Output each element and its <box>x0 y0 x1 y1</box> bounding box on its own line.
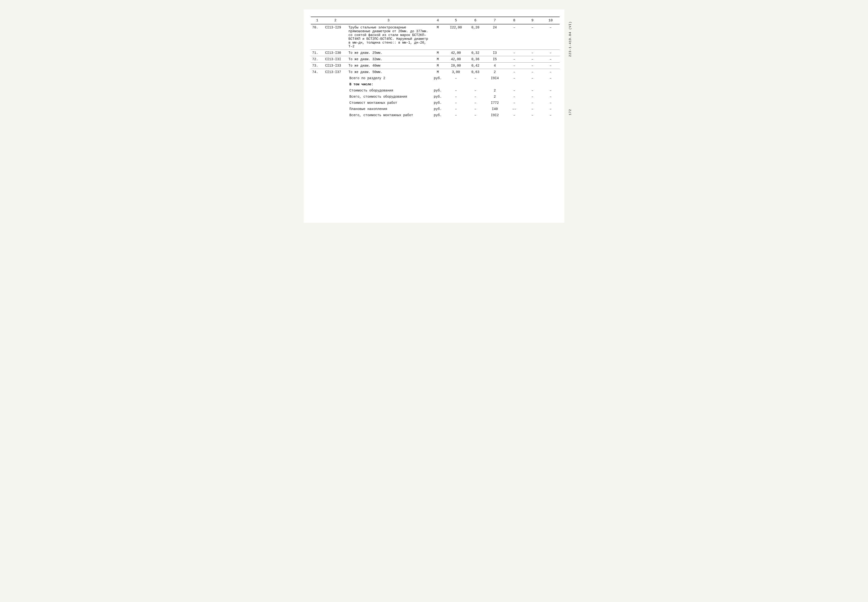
row-desc: Всего, стоимость оборудования <box>347 94 430 100</box>
col-header-3: 3 <box>347 17 430 24</box>
row-col8: –– <box>505 106 523 112</box>
row-col9: – <box>523 24 542 50</box>
row-num: 72. <box>311 56 324 63</box>
row-col7: I3 <box>484 50 505 56</box>
row-col7: 24 <box>484 24 505 50</box>
row-col7: 2 <box>484 94 505 100</box>
row-desc: Трубы стальные электросварные прямошовны… <box>347 24 430 50</box>
table-row: Всего, стоимость монтажных работ руб. – … <box>311 112 560 120</box>
row-col8: – <box>505 24 523 50</box>
row-col9: – <box>523 56 542 63</box>
row-code <box>324 81 347 88</box>
col-header-1: 1 <box>311 17 324 24</box>
row-col6: – <box>466 106 484 112</box>
col-header-7: 7 <box>484 17 505 24</box>
table-row: 72. СI13-I3I То же диам. 32мм. М 42,00 0… <box>311 56 560 63</box>
row-col5: – <box>446 112 467 120</box>
row-col10: – <box>541 75 560 81</box>
row-col9: – <box>523 94 542 100</box>
col-header-4: 4 <box>430 17 446 24</box>
row-code <box>324 112 347 120</box>
row-unit: М <box>430 63 446 69</box>
row-desc: Всего, стоимость монтажных работ <box>347 112 430 120</box>
col-header-8: 8 <box>505 17 523 24</box>
row-col6: 0,36 <box>466 56 484 63</box>
row-col5: – <box>446 100 467 106</box>
row-code: СI13-I3I <box>324 56 347 63</box>
row-code <box>324 94 347 100</box>
row-col7: 2 <box>484 88 505 94</box>
row-col5: I0,00 <box>446 63 467 69</box>
table-row: Всего по разделу 2 руб. – – I9I4 – – – <box>311 75 560 81</box>
row-desc: Плановые накопления <box>347 106 430 112</box>
col-header-6: 6 <box>466 17 484 24</box>
row-unit: М <box>430 50 446 56</box>
row-num <box>311 112 324 120</box>
row-desc: То же диам. 25мм. <box>347 50 430 56</box>
row-unit: руб. <box>430 75 446 81</box>
row-num <box>311 75 324 81</box>
row-col5: – <box>446 75 467 81</box>
row-num: 71. <box>311 50 324 56</box>
row-code <box>324 106 347 112</box>
row-desc: То же диам. 32мм. <box>347 56 430 63</box>
side-label-bottom: 172 <box>568 109 572 115</box>
row-num <box>311 106 324 112</box>
row-col9: – <box>523 50 542 56</box>
table-row: 70. СI13-I29 Трубы стальные электросварн… <box>311 24 560 50</box>
page-container: 223-1-419.84 (VI) 172 1 2 3 4 5 6 7 8 9 … <box>304 9 564 223</box>
row-col10: – <box>541 24 560 50</box>
main-table: 1 2 3 4 5 6 7 8 9 10 70. СI13-I29 Трубы … <box>311 17 560 120</box>
table-row: Всего, стоимость оборудования руб. – – 2… <box>311 94 560 100</box>
col-header-2: 2 <box>324 17 347 24</box>
row-num: 70. <box>311 24 324 50</box>
row-num <box>311 94 324 100</box>
row-unit: руб. <box>430 88 446 94</box>
row-unit: руб. <box>430 106 446 112</box>
row-desc: Всего по разделу 2 <box>347 75 430 81</box>
row-col5: 42,00 <box>446 50 467 56</box>
row-col7: I5 <box>484 56 505 63</box>
row-col8: – <box>505 100 523 106</box>
table-row: 71. СI13-I30 То же диам. 25мм. М 42,00 0… <box>311 50 560 56</box>
row-col8: – <box>505 112 523 120</box>
row-col10: – <box>541 88 560 94</box>
row-col6: – <box>466 100 484 106</box>
row-col9: – <box>523 75 542 81</box>
row-col7: I40 <box>484 106 505 112</box>
row-col10: – <box>541 63 560 69</box>
table-header: 1 2 3 4 5 6 7 8 9 10 <box>311 17 560 24</box>
row-unit: М <box>430 24 446 50</box>
row-code <box>324 75 347 81</box>
row-col10: – <box>541 106 560 112</box>
row-col7: I772 <box>484 100 505 106</box>
row-col7: 4 <box>484 63 505 69</box>
row-col10: – <box>541 94 560 100</box>
row-unit: руб. <box>430 94 446 100</box>
row-col10: – <box>541 56 560 63</box>
row-col9: – <box>523 106 542 112</box>
row-num <box>311 81 324 88</box>
row-num <box>311 100 324 106</box>
row-col10: – <box>541 112 560 120</box>
row-col8: – <box>505 94 523 100</box>
row-col6: – <box>466 75 484 81</box>
row-unit: М <box>430 69 446 75</box>
row-col7: I9I4 <box>484 75 505 81</box>
row-col10: – <box>541 50 560 56</box>
row-col8: – <box>505 56 523 63</box>
row-col7: I9I2 <box>484 112 505 120</box>
row-col6: 0,20 <box>466 24 484 50</box>
row-code: СI13-I37 <box>324 69 347 75</box>
row-col6: 0,63 <box>466 69 484 75</box>
row-code: СI13-I30 <box>324 50 347 56</box>
row-code <box>324 100 347 106</box>
row-col9: – <box>523 63 542 69</box>
row-num <box>311 88 324 94</box>
col-header-10: 10 <box>541 17 560 24</box>
row-col8: – <box>505 69 523 75</box>
table-body: 70. СI13-I29 Трубы стальные электросварн… <box>311 24 560 120</box>
col-header-9: 9 <box>523 17 542 24</box>
row-col5: 42,00 <box>446 56 467 63</box>
row-col6: 0,42 <box>466 63 484 69</box>
